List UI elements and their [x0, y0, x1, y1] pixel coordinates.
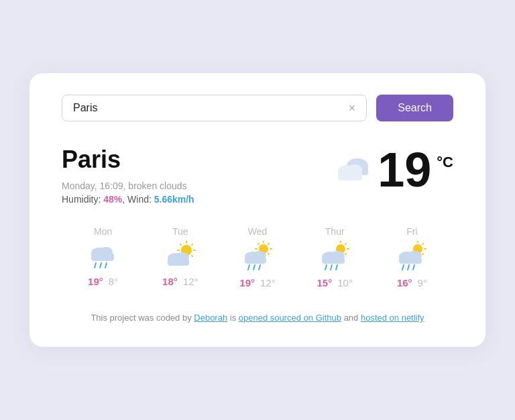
footer: This project was coded by Deborah is ope…	[62, 313, 453, 323]
day-label-mon: Mon	[94, 226, 112, 237]
forecast-icon-mon	[88, 241, 119, 272]
svg-line-9	[100, 263, 101, 268]
temp-low-thur: 10	[337, 277, 353, 288]
svg-line-17	[192, 256, 192, 256]
search-row: × Search	[62, 95, 453, 121]
svg-line-57	[402, 265, 404, 270]
temp-low-fri: 9	[418, 277, 427, 288]
svg-line-10	[105, 263, 107, 268]
svg-line-31	[268, 244, 269, 244]
forecast-day-tue: Tue	[141, 226, 219, 288]
temperature-block: 19 °C	[332, 146, 453, 194]
svg-line-28	[258, 244, 259, 244]
temp-row-wed: 19 12	[239, 277, 275, 288]
forecast-icon-fri	[396, 241, 427, 273]
svg-line-48	[336, 265, 337, 270]
svg-line-36	[253, 265, 255, 270]
search-button[interactable]: Search	[376, 95, 453, 121]
temp-high-mon: 19	[88, 276, 103, 287]
svg-line-46	[325, 265, 327, 270]
footer-text-and: and	[341, 313, 361, 323]
temp-row-fri: 16 9	[397, 277, 427, 288]
temp-high-fri: 16	[397, 277, 412, 288]
search-input-wrapper: ×	[62, 95, 367, 121]
svg-rect-34	[245, 257, 266, 264]
footer-text-mid: is	[227, 313, 239, 323]
forecast-icon-wed	[242, 241, 273, 273]
svg-rect-7	[91, 253, 114, 261]
svg-line-52	[422, 244, 423, 244]
svg-rect-45	[322, 257, 345, 264]
svg-line-35	[248, 265, 249, 270]
city-name: Paris	[62, 146, 194, 174]
forecast-icon-tue	[165, 241, 196, 272]
footer-text-pre: This project was coded by	[91, 313, 194, 323]
svg-line-37	[259, 265, 260, 270]
footer-author-link[interactable]: Deborah	[194, 313, 227, 323]
temp-high-tue: 18	[162, 276, 178, 287]
weather-description: Monday, 16:09, broken clouds	[62, 180, 194, 191]
forecast-day-mon: Mon 19 8	[64, 226, 141, 288]
day-label-tue: Tue	[172, 226, 188, 237]
search-input[interactable]	[70, 95, 346, 121]
svg-line-16	[180, 244, 181, 245]
svg-line-59	[413, 265, 414, 270]
svg-line-41	[345, 244, 346, 244]
wind-value: 5.66km/h	[154, 194, 194, 205]
humidity-value: 48%	[103, 194, 122, 205]
svg-line-29	[268, 254, 269, 254]
svg-rect-56	[399, 257, 422, 264]
day-label-wed: Wed	[248, 226, 268, 237]
forecast-day-wed: Wed	[219, 226, 296, 288]
current-weather: Paris Monday, 16:09, broken clouds Humid…	[62, 146, 453, 205]
svg-line-58	[408, 265, 409, 270]
current-weather-icon	[332, 151, 372, 189]
clear-button[interactable]: ×	[346, 102, 359, 114]
temp-row-thur: 15 10	[317, 277, 353, 288]
svg-rect-4	[338, 171, 362, 180]
forecast-day-thur: Thur 15 10	[296, 226, 374, 288]
footer-github-link[interactable]: opened sourced on Github	[239, 313, 341, 323]
temp-high-wed: 19	[239, 277, 255, 288]
forecast-row: Mon 19 8 Tue	[62, 226, 453, 288]
svg-line-19	[192, 244, 192, 245]
forecast-day-fri: Fri 16 9	[374, 226, 451, 288]
temp-row-tue: 18 12	[162, 276, 198, 287]
temp-low-tue: 12	[183, 276, 198, 287]
svg-line-42	[345, 254, 346, 254]
current-weather-info: Paris Monday, 16:09, broken clouds Humid…	[62, 146, 194, 205]
temperature-unit: °C	[437, 154, 453, 171]
temp-low-mon: 8	[109, 276, 118, 287]
wind-label: Wind:	[127, 194, 152, 205]
temperature-value: 19	[378, 146, 431, 194]
day-label-thur: Thur	[325, 226, 345, 237]
forecast-icon-thur	[319, 241, 350, 273]
day-label-fri: Fri	[406, 226, 417, 237]
svg-line-8	[95, 263, 96, 268]
svg-line-47	[331, 265, 332, 270]
svg-rect-22	[168, 258, 189, 266]
temp-high-thur: 15	[317, 277, 333, 288]
temp-row-mon: 19 8	[88, 276, 118, 287]
weather-details: Humidity: 48%, Wind: 5.66km/h	[62, 194, 194, 205]
humidity-label: Humidity:	[62, 194, 101, 205]
footer-netlify-link[interactable]: hosted on netlify	[361, 313, 424, 323]
svg-line-53	[422, 254, 423, 254]
temp-low-wed: 12	[260, 277, 276, 288]
weather-card: × Search Paris Monday, 16:09, broken clo…	[30, 73, 485, 347]
